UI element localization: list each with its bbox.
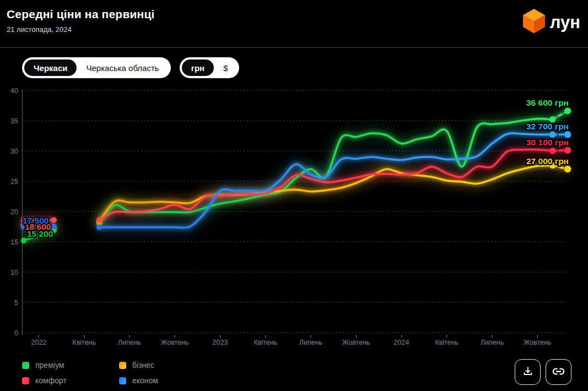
download-button[interactable]	[515, 359, 541, 385]
y-tick-label: 20	[10, 208, 18, 216]
y-tick-label: 30	[10, 148, 18, 155]
end-label-komfort: 30 100 грн	[526, 138, 569, 147]
x-tick-label: 2022	[31, 339, 47, 346]
header: Середні ціни на первинці 21 листопада, 2…	[0, 0, 588, 48]
legend-label-premium: преміум	[35, 361, 64, 370]
city-toggle: Черкаси Черкаська область	[22, 57, 171, 78]
legend-label-ekonom: економ	[132, 376, 158, 385]
page-title: Середні ціни на первинці	[7, 8, 581, 21]
x-tick-label: Жовтень	[161, 339, 189, 346]
series-dot-ekonom	[96, 224, 102, 230]
x-tick-label: Липень	[118, 339, 141, 346]
filters-row: Черкаси Черкаська область грн $	[22, 57, 588, 78]
series-dot-komfort	[96, 217, 102, 222]
legend-item-premium[interactable]: преміум	[22, 361, 87, 370]
start-label-ekonom: 17 500	[23, 216, 48, 225]
series-dot-komfort	[549, 148, 556, 154]
chart-footer: преміумкомфортбізнесеконом	[0, 355, 588, 385]
currency-toggle: грн $	[180, 57, 240, 78]
link-icon	[552, 365, 565, 379]
end-label-biznes: 27 000 грн	[526, 156, 569, 166]
price-chart[interactable]: 05101520253035402022КвітеньЛипеньЖовтень…	[0, 80, 588, 355]
chart-legend: преміумкомфортбізнесеконом	[22, 361, 184, 385]
copy-link-button[interactable]	[546, 359, 571, 385]
legend-label-komfort: комфорт	[35, 376, 67, 385]
download-icon	[522, 365, 534, 379]
series-dot-premium	[564, 107, 571, 114]
toggle-option-cherkasy[interactable]: Черкаси	[24, 59, 77, 76]
series-dot-premium	[21, 238, 26, 243]
series-dot-komfort	[564, 147, 571, 154]
legend-item-biznes[interactable]: бізнес	[119, 361, 184, 370]
lun-cube-icon	[523, 9, 545, 36]
legend-item-komfort[interactable]: комфорт	[22, 376, 87, 385]
lun-prices-widget: Середні ціни на первинці 21 листопада, 2…	[0, 0, 588, 391]
lun-logo-text: лун	[550, 14, 580, 31]
lun-logo[interactable]: лун	[523, 9, 580, 36]
x-tick-label: Квітень	[435, 339, 458, 346]
x-tick-label: 2024	[394, 339, 409, 346]
chart-canvas: 05101520253035402022КвітеньЛипеньЖовтень…	[0, 80, 588, 355]
end-label-ekonom: 32 700 грн	[526, 122, 569, 131]
legend-swatch-premium	[22, 362, 29, 369]
legend-item-ekonom[interactable]: економ	[119, 376, 184, 385]
legend-label-biznes: бізнес	[132, 361, 154, 370]
y-tick-label: 25	[10, 178, 18, 186]
x-tick-label: Липень	[299, 339, 322, 346]
x-tick-label: Жовтень	[524, 339, 552, 346]
y-tick-label: 40	[10, 87, 18, 95]
toggle-option-cherkaska-oblast[interactable]: Черкаська область	[77, 59, 168, 76]
y-tick-label: 0	[14, 329, 18, 337]
x-tick-label: Жовтень	[342, 339, 370, 346]
legend-swatch-komfort	[22, 377, 29, 384]
toggle-option-uah[interactable]: грн	[182, 59, 214, 76]
series-dot-ekonom	[549, 132, 556, 138]
end-label-premium: 36 600 грн	[526, 98, 569, 107]
y-tick-label: 10	[10, 269, 18, 276]
x-tick-label: Квітень	[72, 339, 96, 346]
y-tick-label: 15	[10, 238, 18, 246]
series-dot-ekonom	[564, 131, 571, 138]
legend-swatch-ekonom	[119, 377, 126, 384]
y-tick-label: 5	[14, 299, 18, 307]
x-tick-label: 2023	[213, 339, 228, 346]
x-tick-label: Липень	[481, 339, 504, 346]
x-tick-label: Квітень	[253, 339, 277, 346]
series-dot-biznes	[564, 166, 571, 172]
chart-actions	[515, 359, 571, 385]
report-date: 21 листопада, 2024	[7, 25, 581, 34]
legend-swatch-biznes	[119, 362, 126, 369]
series-dot-komfort	[51, 217, 57, 222]
toggle-option-usd[interactable]: $	[214, 59, 237, 76]
y-tick-label: 35	[10, 117, 18, 125]
